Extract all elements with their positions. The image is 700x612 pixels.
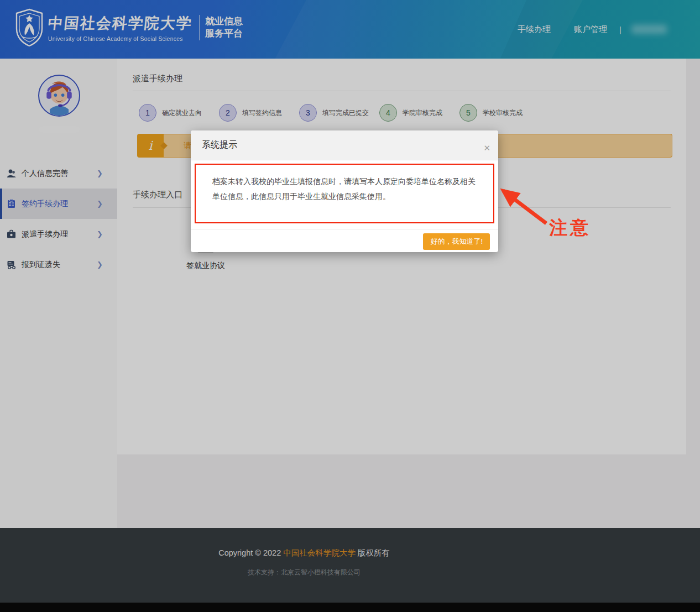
confirm-button[interactable]: 好的，我知道了!: [423, 233, 490, 250]
dialog-body-text: 档案未转入我校的毕业生填报信息时，请填写本人原定向委培单位名称及相关单位信息，此…: [196, 165, 493, 204]
dialog-header: 系统提示: [191, 130, 498, 160]
system-prompt-dialog: 系统提示 ✕ 档案未转入我校的毕业生填报信息时，请填写本人原定向委培单位名称及相…: [191, 130, 498, 252]
attention-annotation: 注意: [487, 177, 614, 243]
close-icon[interactable]: ✕: [483, 144, 490, 152]
modal-overlay: [0, 0, 700, 612]
attention-label: 注意: [549, 216, 591, 240]
highlighted-notice-box: 档案未转入我校的毕业生填报信息时，请填写本人原定向委培单位名称及相关单位信息，此…: [195, 164, 494, 223]
dialog-title: 系统提示: [202, 139, 237, 151]
dialog-footer: 好的，我知道了!: [191, 229, 498, 252]
